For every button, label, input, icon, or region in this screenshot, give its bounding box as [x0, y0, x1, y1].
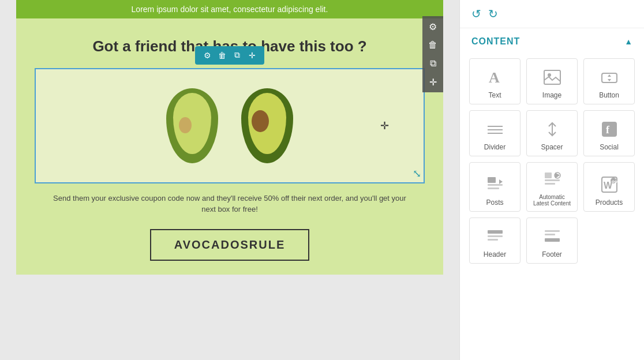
divider-label: Divider — [484, 143, 506, 151]
svg-text:oo: oo — [612, 179, 617, 184]
content-item-divider[interactable]: Divider — [469, 110, 521, 156]
svg-rect-15 — [545, 183, 555, 185]
svg-rect-22 — [488, 235, 503, 237]
products-label: Products — [596, 198, 623, 207]
settings-icon[interactable]: ⚙ — [426, 20, 440, 33]
sidebar: ↺ ↻ CONTENT ▲ A Text Image Button — [459, 0, 644, 360]
redo-button[interactable]: ↻ — [488, 7, 498, 21]
svg-rect-11 — [488, 184, 503, 186]
social-content-icon: f — [601, 119, 618, 140]
content-item-footer[interactable]: Footer — [526, 217, 578, 264]
canvas-area: Lorem ipsum dolor sit amet, consectetur … — [0, 0, 459, 360]
svg-rect-14 — [545, 179, 560, 181]
button-label: Button — [599, 91, 619, 99]
avocado-illustration — [36, 77, 424, 175]
svg-rect-25 — [545, 234, 555, 235]
automatic-label: Automatic Latest Content — [531, 194, 572, 207]
image-settings-icon[interactable]: ⚙ — [201, 49, 214, 62]
svg-rect-10 — [488, 177, 496, 183]
email-header-text: Lorem ipsum dolor sit amet, consectetur … — [132, 5, 328, 14]
header-label: Header — [484, 250, 506, 258]
content-item-automatic[interactable]: Automatic Latest Content — [526, 162, 578, 212]
block-toolbar: ⚙ 🗑 ⧉ ✛ — [422, 16, 443, 92]
resize-handle-icon[interactable]: ⤡ — [413, 167, 421, 180]
footer-content-icon — [544, 226, 561, 247]
content-item-products[interactable]: W oo Products — [583, 162, 635, 212]
duplicate-icon[interactable]: ⧉ — [426, 57, 440, 70]
image-delete-icon[interactable]: 🗑 — [216, 49, 229, 62]
svg-rect-13 — [545, 172, 552, 178]
svg-text:f: f — [606, 124, 610, 136]
image-block-wrapper: ⚙ 🗑 ⧉ ✛ — [25, 68, 434, 183]
image-duplicate-icon[interactable]: ⧉ — [231, 49, 244, 62]
content-section-title: CONTENT — [471, 36, 520, 47]
content-item-header[interactable]: Header — [469, 217, 521, 264]
text-label: Text — [488, 91, 501, 99]
svg-text:A: A — [489, 69, 500, 86]
undo-button[interactable]: ↺ — [471, 7, 481, 21]
collapse-arrow-icon[interactable]: ▲ — [624, 37, 632, 46]
content-item-image[interactable]: Image — [526, 58, 578, 104]
svg-rect-26 — [545, 238, 560, 242]
text-content-icon: A — [486, 67, 504, 88]
posts-content-icon — [486, 174, 504, 195]
delete-icon[interactable]: 🗑 — [426, 38, 440, 52]
content-item-button[interactable]: Button — [583, 58, 635, 104]
products-content-icon: W oo — [601, 174, 618, 195]
footer-label: Footer — [542, 250, 562, 258]
header-content-icon — [486, 226, 504, 247]
svg-point-2 — [548, 73, 551, 77]
email-header: Lorem ipsum dolor sit amet, consectetur … — [16, 0, 443, 18]
spacer-content-icon — [544, 119, 561, 140]
automatic-content-icon — [544, 170, 561, 190]
avocado-right — [241, 88, 293, 163]
move-icon[interactable]: ✛ — [426, 75, 440, 89]
divider-content-icon — [486, 119, 504, 140]
top-controls: ↺ ↻ — [460, 0, 644, 28]
coupon-button-wrapper: AVOCADOSRULE — [16, 222, 443, 275]
spacer-label: Spacer — [541, 143, 563, 151]
coupon-button[interactable]: AVOCADOSRULE — [150, 229, 310, 261]
svg-rect-12 — [488, 187, 499, 189]
svg-rect-8 — [602, 122, 617, 137]
svg-rect-1 — [544, 70, 560, 84]
svg-rect-24 — [545, 230, 560, 232]
content-section-header: CONTENT ▲ — [460, 28, 644, 52]
image-label: Image — [542, 91, 561, 99]
move-cursor-icon: ✛ — [380, 119, 389, 132]
posts-label: Posts — [486, 198, 503, 207]
content-item-spacer[interactable]: Spacer — [526, 110, 578, 156]
image-move-icon[interactable]: ✛ — [246, 49, 259, 62]
email-container: Lorem ipsum dolor sit amet, consectetur … — [16, 0, 443, 275]
social-label: Social — [600, 143, 619, 151]
image-block[interactable]: ✛ ⤡ — [35, 68, 425, 183]
content-item-text[interactable]: A Text — [469, 58, 521, 104]
image-block-toolbar: ⚙ 🗑 ⧉ ✛ — [195, 46, 264, 65]
content-item-posts[interactable]: Posts — [469, 162, 521, 212]
email-body-text: Send them your exclusive coupon code now… — [16, 183, 443, 222]
svg-rect-23 — [488, 239, 498, 241]
email-body-content: Send them your exclusive coupon code now… — [53, 194, 406, 214]
content-item-social[interactable]: f Social — [583, 110, 635, 156]
svg-rect-21 — [488, 230, 503, 234]
avocado-left — [166, 88, 218, 163]
image-content-icon — [544, 67, 561, 88]
button-content-icon — [601, 67, 618, 88]
content-grid: A Text Image Button — [460, 52, 644, 269]
